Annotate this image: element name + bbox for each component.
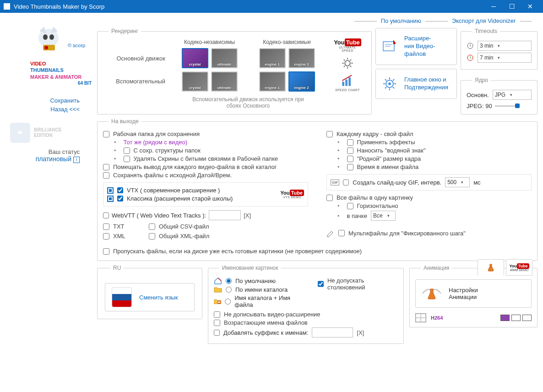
delete-broken-checkbox[interactable]: Удалять Скрины с битыми связями в Рабоче… (103, 155, 308, 162)
naming-default-radio[interactable] (226, 278, 232, 284)
gif-interval-select[interactable]: 500▾ (445, 177, 470, 187)
clock-icon (467, 42, 474, 49)
titlebar: Video Thumbnails Maker by Scorp ─ ☐ ✕ (0, 0, 543, 13)
square-icon (107, 187, 114, 194)
maximize-button[interactable]: ☐ (503, 0, 521, 13)
svg-point-5 (345, 60, 350, 66)
engine-ultimate-main[interactable]: ultimate (211, 48, 238, 68)
change-language-button[interactable]: Сменить язык (105, 283, 195, 311)
folder-icon (214, 286, 222, 293)
top-links: ———— По умолчанию ———— Экспорт для Video… (97, 16, 538, 28)
timeouts-group: Timeouts 3 min▾ 7 min▾ (461, 28, 538, 70)
engine-ultimate-aux[interactable]: ultimate (211, 71, 238, 92)
xml-checkbox[interactable]: XML (103, 233, 140, 240)
same-folder-link[interactable]: Тот же (рядом с видео) (103, 139, 308, 146)
watermark-checkbox[interactable]: Наносить "водяной знак" (326, 147, 532, 154)
core-group: Ядро Основн. JPG▾ JPEG: 90 (461, 77, 538, 114)
vtx-demo-icon[interactable]: YouTube VTX DEMO (281, 190, 304, 199)
horizontal-checkbox[interactable]: Горизонтально (326, 202, 532, 209)
status-label: Ваш статус (5, 148, 92, 155)
svg-point-11 (388, 82, 391, 85)
h264-label: H264 (431, 315, 443, 321)
xml-common-checkbox[interactable]: Общий XML-файл (149, 233, 209, 240)
timeout-2-select[interactable]: 7 min▾ (478, 53, 532, 63)
info-icon[interactable]: i (73, 157, 80, 163)
close-button[interactable]: ✕ (521, 0, 539, 13)
suffix-input[interactable] (312, 327, 353, 338)
codec-dep-header: Кодеко-зависимые (252, 39, 322, 45)
anim-tab-flask[interactable] (478, 259, 504, 276)
speed-chart-icon[interactable]: SPEED CHART (335, 74, 360, 92)
minimize-button[interactable]: ─ (484, 0, 503, 13)
back-link[interactable]: Назад <<< (5, 106, 92, 113)
video-extensions-button[interactable]: Расшире- ния Видео- файлов (375, 28, 457, 65)
timeout-1-select[interactable]: 3 min▾ (478, 41, 532, 51)
txt-checkbox[interactable]: TXT (103, 223, 140, 230)
vtx-checkbox[interactable]: VTX ( современное расширение ) (107, 187, 274, 194)
title-text: Video Thumbnails Maker by Scorp (14, 3, 104, 10)
csv-checkbox[interactable]: Общий CSV-файл (149, 223, 209, 230)
app-icon (4, 3, 10, 10)
bunch-select[interactable]: Все▾ (371, 211, 396, 221)
status-value: платиновыйi (5, 155, 92, 163)
time-in-name-checkbox[interactable]: Время в имени файла (326, 163, 532, 170)
brilliance-edition[interactable]: BRILLIANCE EDITION (10, 123, 92, 143)
webvtt-checkbox[interactable]: WebVTT ( Web Video Text Tracks ):[X] (103, 210, 308, 220)
svg-rect-6 (342, 82, 344, 86)
core-format-select[interactable]: JPG▾ (493, 90, 532, 100)
svg-point-4 (44, 46, 48, 49)
keep-date-checkbox[interactable]: Сохранять файлы с исходной Датой/Врем. (103, 172, 308, 179)
engine-1-main[interactable]: engine 1 (259, 48, 286, 68)
svg-rect-7 (345, 80, 348, 86)
extensions-icon (381, 38, 398, 54)
native-size-checkbox[interactable]: "Родной" размер кадра (326, 155, 532, 162)
engine-crystal-main[interactable]: crystal (182, 48, 208, 68)
naming-folder-file-radio[interactable] (225, 299, 231, 305)
engine-1-aux[interactable]: engine 1 (259, 71, 286, 92)
gif-checkbox[interactable] (343, 180, 349, 185)
webvtt-clear-button[interactable]: [X] (244, 212, 251, 219)
jpeg-quality-slider[interactable]: JPEG: 90 (467, 103, 532, 109)
product-name: VIDEO THUMBNAILS MAKER & ANIMATOR 64 BIT (5, 60, 92, 86)
youtube-speed-icon[interactable]: YouTube ULTIMATE SPEED (334, 39, 361, 52)
svg-rect-8 (348, 77, 351, 86)
apply-effects-checkbox[interactable]: Применять эффекты (326, 139, 532, 146)
save-link[interactable]: Сохранить (5, 97, 92, 104)
increment-names-checkbox[interactable]: Возрастающие имена файлов (214, 319, 398, 326)
square-icon (107, 196, 114, 202)
classic-checkbox[interactable]: Классика (расширения старой школы) (107, 195, 274, 202)
naming-folder-radio[interactable] (226, 287, 232, 293)
skip-existing-checkbox[interactable]: Пропускать файлы, если на диске уже есть… (103, 248, 532, 255)
engine-2-main[interactable]: engine 2 (288, 48, 315, 68)
codec-indep-header: Кодеко-независимы (174, 39, 244, 45)
russia-flag-icon (112, 287, 132, 307)
home-icon (214, 277, 222, 284)
no-collisions-checkbox[interactable]: Не допускать столкновений (318, 277, 398, 291)
color-swatches[interactable] (500, 315, 532, 321)
animation-group: Анимация YouTubeANIM DEMO Настройки Аним… (409, 265, 538, 327)
all-in-one-checkbox[interactable]: Все файлы в одну картинку (326, 194, 532, 201)
keep-structure-checkbox[interactable]: С сохр. структуры папок (103, 147, 308, 154)
workdir-checkbox[interactable]: Рабочая папка для сохранения (103, 131, 308, 137)
suffix-checkbox[interactable] (214, 330, 220, 336)
clock-color-icon (467, 54, 474, 61)
defaults-link[interactable]: По умолчанию (381, 17, 421, 24)
anim-tab-youtube[interactable]: YouTubeANIM DEMO (506, 259, 532, 276)
svg-point-1 (43, 34, 48, 40)
no-video-ext-checkbox[interactable]: Не дописывать видео-расширение (214, 311, 398, 318)
engine-crystal-aux[interactable]: crystal (182, 71, 208, 92)
pencil-icon[interactable] (326, 229, 335, 237)
export-videonizer-link[interactable]: Экспорт для Videonizer (452, 17, 516, 24)
each-frame-checkbox[interactable]: Каждому кадру - свой файл (326, 131, 532, 137)
engine-2-aux[interactable]: engine 2 (288, 71, 315, 92)
webvtt-input[interactable] (209, 210, 241, 220)
gear-icon[interactable] (341, 57, 354, 70)
multifiles-checkbox[interactable] (338, 230, 345, 236)
suffix-clear-button[interactable]: [X] (357, 329, 364, 336)
layout-grid-icon[interactable] (415, 313, 426, 322)
wings-flask-icon (420, 284, 443, 303)
main-window-confirm-button[interactable]: Главное окно и Подтверждения (375, 69, 457, 99)
brilliance-icon (10, 123, 30, 143)
animation-settings-button[interactable]: Настройки Анимации (415, 279, 532, 308)
output-per-file-checkbox[interactable]: Помещать вывод для каждого видео-файла в… (103, 163, 308, 170)
